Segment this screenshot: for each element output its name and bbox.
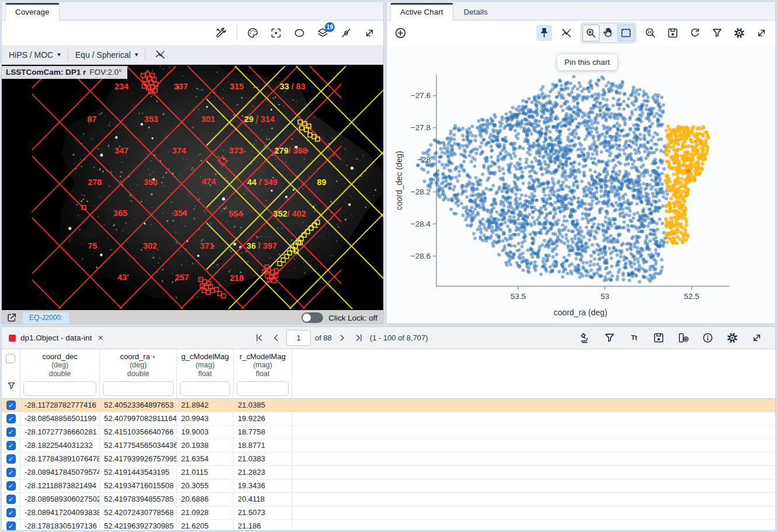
cell-coord_ra[interactable]: 52.42196392730985 xyxy=(100,520,177,531)
save-icon[interactable] xyxy=(651,330,667,346)
expand-image-icon[interactable] xyxy=(6,312,18,324)
scatter-chart[interactable]: −27.6−27.8−28−28.2−28.4−28.653.55352.5co… xyxy=(387,46,775,324)
sky-image[interactable]: 23433731533 / 838735330129 / 31434737437… xyxy=(2,66,383,309)
filter-row-icon[interactable] xyxy=(6,381,16,393)
cell-coord_dec[interactable]: -28.1822544031232 xyxy=(20,439,100,452)
cell-coord_ra[interactable]: 52.41510356640766 xyxy=(100,426,177,439)
table-row[interactable]: ✓-28.1172878277741652.4052336489765321.8… xyxy=(2,399,775,412)
expand-icon[interactable] xyxy=(754,25,769,41)
tab-coverage[interactable]: Coverage xyxy=(5,3,60,20)
save-icon[interactable] xyxy=(665,25,681,41)
cell-g_cModelMag[interactable]: 21.0928 xyxy=(177,506,234,519)
cell-g_cModelMag[interactable]: 21.6205 xyxy=(177,520,234,531)
table-row[interactable]: ✓-28.17784389107647852.41793992675799521… xyxy=(2,453,775,466)
row-checkbox[interactable]: ✓ xyxy=(6,495,16,504)
table-row[interactable]: ✓-28.08941720409383852.4207243077856821.… xyxy=(2,506,775,520)
cell-g_cModelMag[interactable]: 21.8942 xyxy=(177,399,234,412)
ellipse-region-icon[interactable] xyxy=(292,25,307,41)
palette-icon[interactable] xyxy=(245,25,261,41)
select-all-checkbox[interactable] xyxy=(6,354,15,363)
row-checkbox[interactable]: ✓ xyxy=(6,427,16,437)
cell-g_cModelMag[interactable]: 20.6886 xyxy=(177,493,234,506)
cell-coord_dec[interactable]: -28.089417204093838 xyxy=(20,506,100,519)
page-number-input[interactable] xyxy=(286,330,311,346)
table-tab-title[interactable]: dp1.Object - data-int xyxy=(20,333,92,342)
cell-coord_dec[interactable]: -28.12118873821494 xyxy=(20,479,100,492)
cell-coord_dec[interactable]: -28.11728782777416 xyxy=(20,399,100,412)
cell-coord_dec[interactable]: -28.10727736660281 xyxy=(20,426,100,439)
trace-off-icon[interactable] xyxy=(559,25,574,41)
row-checkbox[interactable]: ✓ xyxy=(6,414,16,423)
cell-coord_ra[interactable]: 52.41978394855785 xyxy=(100,493,177,506)
cell-coord_ra[interactable]: 52.417939926757995 xyxy=(100,453,177,465)
gear-icon[interactable] xyxy=(731,25,747,41)
cell-r_cModelMag[interactable]: 21.5073 xyxy=(234,506,292,519)
sky-image-viewer[interactable]: 23433731533 / 838735330129 / 31434737437… xyxy=(2,65,383,324)
table-row[interactable]: ✓-28.1211887382149452.4193471601550820.3… xyxy=(2,479,775,493)
cell-coord_dec[interactable]: -28.177843891076478 xyxy=(20,453,100,465)
tab-active-chart[interactable]: Active Chart xyxy=(390,3,453,20)
add-column-icon[interactable] xyxy=(675,330,691,346)
tab-details[interactable]: Details xyxy=(455,5,497,20)
previous-page-button[interactable] xyxy=(269,332,282,345)
last-page-button[interactable] xyxy=(353,332,366,345)
row-checkbox[interactable]: ✓ xyxy=(6,441,16,450)
cell-r_cModelMag[interactable]: 19.9226 xyxy=(234,412,292,425)
filter-icon[interactable] xyxy=(602,330,618,346)
info-icon[interactable] xyxy=(700,330,716,346)
cell-r_cModelMag[interactable]: 18.7758 xyxy=(234,426,292,439)
cell-coord_dec[interactable]: -28.089417845079574 xyxy=(20,466,100,479)
cell-coord_dec[interactable]: -28.17818305197136 xyxy=(20,520,100,531)
cell-g_cModelMag[interactable]: 21.6354 xyxy=(177,453,234,465)
select-rect-icon[interactable] xyxy=(618,25,634,41)
table-row[interactable]: ✓-28.182254403123252.41775456503443620.1… xyxy=(2,439,775,453)
layers-icon[interactable]: 19 xyxy=(315,25,331,41)
filter-input-g_cModelMag[interactable] xyxy=(180,381,230,396)
cell-coord_ra[interactable]: 52.40523364897653 xyxy=(100,399,177,412)
row-checkbox[interactable]: ✓ xyxy=(6,454,16,464)
filter-input-r_cModelMag[interactable] xyxy=(237,381,289,396)
cell-coord_ra[interactable]: 52.42072430778568 xyxy=(100,506,177,519)
filter-input-coord_ra[interactable] xyxy=(103,381,174,396)
column-header-g_cModelMag[interactable]: g_cModelMag(mag)float xyxy=(177,349,234,398)
row-checkbox[interactable]: ✓ xyxy=(6,521,16,531)
pan-hand-icon[interactable] xyxy=(601,25,616,40)
first-page-button[interactable] xyxy=(252,332,265,345)
column-header-r_cModelMag[interactable]: r_cModelMag(mag)float xyxy=(234,349,292,398)
cell-r_cModelMag[interactable]: 21.0385 xyxy=(234,399,292,412)
cell-coord_dec[interactable]: -28.089589306027502 xyxy=(20,493,100,506)
table-row[interactable]: ✓-28.1072773666028152.4151035664076619.9… xyxy=(2,426,775,439)
cell-coord_ra[interactable]: 52.4191443543195 xyxy=(100,466,177,479)
row-checkbox[interactable]: ✓ xyxy=(6,468,16,477)
click-lock-toggle[interactable] xyxy=(301,312,323,323)
cell-g_cModelMag[interactable]: 21.0115 xyxy=(177,466,234,479)
cell-coord_dec[interactable]: -28.08548856501199 xyxy=(20,412,100,425)
cell-g_cModelMag[interactable]: 20.9943 xyxy=(177,412,234,425)
plus-circle-icon[interactable] xyxy=(393,25,408,41)
zoom-1x-icon[interactable]: 1x xyxy=(643,25,658,41)
filter-input-coord_dec[interactable] xyxy=(23,381,96,396)
cell-r_cModelMag[interactable]: 19.3436 xyxy=(234,479,292,492)
row-checkbox[interactable]: ✓ xyxy=(6,508,16,517)
cell-coord_ra[interactable]: 52.41934716015508 xyxy=(100,479,177,492)
row-checkbox[interactable]: ✓ xyxy=(6,481,16,491)
link-off-icon[interactable] xyxy=(338,25,354,41)
cell-coord_ra[interactable]: 52.407997082811164 xyxy=(100,412,177,425)
row-checkbox[interactable]: ✓ xyxy=(6,401,16,410)
chart-scope-icon[interactable] xyxy=(577,330,593,346)
cell-g_cModelMag[interactable]: 20.3055 xyxy=(177,479,234,492)
gear-icon[interactable] xyxy=(724,330,740,346)
recenter-icon[interactable] xyxy=(268,25,284,41)
next-page-button[interactable] xyxy=(336,332,349,345)
cell-r_cModelMag[interactable]: 21.186 xyxy=(234,520,292,531)
expand-icon[interactable] xyxy=(362,25,377,41)
expand-icon[interactable] xyxy=(749,330,765,346)
projection-dropdown[interactable]: Equ / Spherical ▾ xyxy=(75,50,138,60)
cell-g_cModelMag[interactable]: 19.9003 xyxy=(177,426,234,439)
cell-r_cModelMag[interactable]: 18.8771 xyxy=(234,439,292,452)
column-header-coord_dec[interactable]: coord_dec(deg)double xyxy=(20,349,100,398)
table-row[interactable]: ✓-28.1781830519713652.4219639273098521.6… xyxy=(2,520,775,531)
pin-icon[interactable] xyxy=(536,25,552,41)
hips-moc-dropdown[interactable]: HiPS / MOC ▾ xyxy=(9,50,61,60)
refresh-icon[interactable] xyxy=(687,25,703,41)
